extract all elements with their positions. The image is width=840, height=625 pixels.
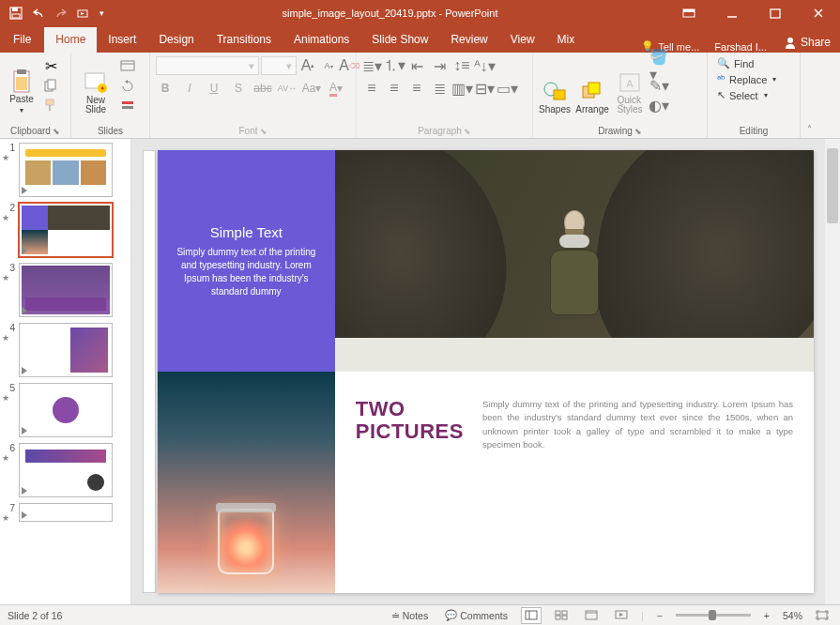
- zoom-out-button[interactable]: −: [653, 610, 666, 621]
- bold-button[interactable]: B: [156, 79, 175, 98]
- dialog-launcher-icon[interactable]: ⬊: [260, 127, 267, 136]
- tab-insert[interactable]: Insert: [97, 27, 147, 53]
- numbering-icon[interactable]: ⒈▾: [385, 56, 404, 75]
- tell-me-search[interactable]: 💡Tell me...: [634, 40, 707, 53]
- copy-icon[interactable]: [41, 76, 60, 95]
- animation-star-icon: ★: [2, 453, 15, 463]
- redo-icon[interactable]: [51, 3, 71, 23]
- quick-styles-button[interactable]: A Quick Styles: [612, 54, 648, 116]
- clear-formatting-icon[interactable]: A⌫: [340, 56, 359, 75]
- status-bar: Slide 2 of 16 ≐Notes 💬Comments | − + 54%: [0, 604, 840, 625]
- slide-sorter-view-icon[interactable]: [551, 607, 572, 624]
- columns-icon[interactable]: ▥▾: [452, 79, 471, 98]
- tab-design[interactable]: Design: [147, 27, 205, 53]
- replace-button[interactable]: ᵃᵇReplace▾: [713, 72, 780, 86]
- decrease-indent-icon[interactable]: ⇤: [407, 56, 426, 75]
- underline-button[interactable]: U: [205, 79, 223, 98]
- increase-font-icon[interactable]: A▴: [298, 56, 317, 75]
- increase-indent-icon[interactable]: ⇥: [430, 56, 449, 75]
- slide-thumbnail-2[interactable]: [19, 203, 113, 257]
- slide-thumbnail-4[interactable]: [19, 323, 113, 377]
- dialog-launcher-icon[interactable]: ⬊: [464, 127, 471, 136]
- zoom-in-button[interactable]: +: [760, 610, 773, 621]
- line-spacing-icon[interactable]: ↕≡: [452, 56, 471, 75]
- normal-view-icon[interactable]: [521, 607, 542, 624]
- zoom-level[interactable]: 54%: [783, 610, 802, 621]
- zoom-slider[interactable]: [676, 614, 751, 617]
- slideshow-view-icon[interactable]: [611, 607, 632, 624]
- slide-thumbnail-5[interactable]: [19, 383, 113, 437]
- strikethrough-button[interactable]: abc: [253, 79, 272, 98]
- section-icon[interactable]: [118, 96, 137, 114]
- comments-button[interactable]: 💬Comments: [441, 609, 512, 621]
- tab-animations[interactable]: Animations: [283, 27, 360, 53]
- start-from-beginning-icon[interactable]: [73, 3, 94, 23]
- slide-thumbnail-7[interactable]: [19, 503, 113, 522]
- reading-view-icon[interactable]: [581, 607, 602, 624]
- close-button[interactable]: [797, 0, 840, 26]
- new-slide-button[interactable]: ✦ New Slide: [75, 54, 116, 116]
- reset-icon[interactable]: [118, 76, 137, 95]
- minimize-button[interactable]: [710, 0, 754, 26]
- bullets-icon[interactable]: ≣▾: [362, 56, 381, 75]
- smartart-icon[interactable]: ▭▾: [497, 79, 516, 98]
- select-icon: ↖: [717, 89, 725, 101]
- fit-to-window-icon[interactable]: [812, 607, 832, 624]
- maximize-button[interactable]: [754, 0, 797, 26]
- shape-effects-icon[interactable]: ◐▾: [649, 96, 668, 114]
- align-right-icon[interactable]: ≡: [407, 79, 426, 98]
- ribbon-display-icon[interactable]: [667, 0, 710, 26]
- slide-body-text: Simply dummy text of the printing and ty…: [171, 246, 322, 298]
- svg-rect-7: [771, 9, 780, 18]
- tab-view[interactable]: View: [499, 27, 546, 53]
- svg-point-8: [787, 38, 793, 43]
- font-name-combo[interactable]: ▾: [156, 56, 259, 75]
- tab-transitions[interactable]: Transitions: [206, 27, 283, 53]
- select-button[interactable]: ↖Select▾: [713, 88, 771, 102]
- find-button[interactable]: 🔍Find: [713, 56, 757, 70]
- format-painter-icon[interactable]: [41, 96, 60, 114]
- decrease-font-icon[interactable]: A▾: [319, 56, 338, 75]
- account-name[interactable]: Farshad I...: [707, 41, 774, 53]
- tab-file[interactable]: File: [0, 27, 44, 53]
- window-controls: [667, 0, 840, 26]
- shape-outline-icon[interactable]: ✎▾: [649, 76, 668, 95]
- slide-counter[interactable]: Slide 2 of 16: [8, 610, 62, 621]
- slide-thumbnail-3[interactable]: [19, 263, 113, 317]
- slide-thumbnail-6[interactable]: [19, 443, 113, 497]
- font-color-icon[interactable]: A▾: [327, 79, 345, 98]
- qat-customize-icon[interactable]: ▾: [96, 3, 107, 23]
- arrange-button[interactable]: Arrange: [574, 54, 610, 116]
- svg-rect-22: [122, 106, 133, 109]
- group-paragraph: ≣▾ ⒈▾ ⇤ ⇥ ↕≡ ᴬ↓▾ ≡ ≡ ≡ ≣ ▥▾ ⊟▾ ▭▾ Paragr…: [357, 53, 533, 138]
- dialog-launcher-icon[interactable]: ⬊: [53, 127, 60, 136]
- align-center-icon[interactable]: ≡: [385, 79, 404, 98]
- cut-icon[interactable]: ✂: [41, 56, 60, 75]
- notes-button[interactable]: ≐Notes: [388, 610, 432, 621]
- align-left-icon[interactable]: ≡: [362, 79, 381, 98]
- font-size-combo[interactable]: ▾: [261, 56, 297, 75]
- slide-content[interactable]: Simple Text Simply dummy text of the pri…: [158, 150, 814, 593]
- char-spacing-icon[interactable]: AV↔: [278, 79, 297, 98]
- change-case-icon[interactable]: Aa▾: [302, 79, 321, 98]
- share-button[interactable]: Share: [774, 32, 840, 53]
- vertical-scrollbar[interactable]: [825, 139, 840, 604]
- save-icon[interactable]: [6, 3, 26, 23]
- align-text-icon[interactable]: ⊟▾: [475, 79, 494, 98]
- tab-review[interactable]: Review: [439, 27, 498, 53]
- shadow-button[interactable]: S: [229, 79, 248, 98]
- justify-icon[interactable]: ≣: [430, 79, 449, 98]
- dialog-launcher-icon[interactable]: ⬊: [634, 127, 642, 136]
- undo-icon[interactable]: [28, 3, 49, 23]
- tab-home[interactable]: Home: [44, 27, 97, 53]
- shape-fill-icon[interactable]: 🪣▾: [649, 56, 668, 75]
- tab-mix[interactable]: Mix: [546, 27, 587, 53]
- text-direction-icon[interactable]: ᴬ↓▾: [475, 56, 494, 75]
- layout-icon[interactable]: [118, 56, 137, 75]
- tab-slideshow[interactable]: Slide Show: [360, 27, 439, 53]
- italic-button[interactable]: I: [180, 79, 199, 98]
- slide-thumbnail-1[interactable]: [19, 143, 113, 197]
- paste-button[interactable]: Paste▾: [4, 54, 39, 116]
- shapes-button[interactable]: Shapes: [537, 54, 573, 116]
- collapse-ribbon-button[interactable]: ˄: [800, 53, 818, 138]
